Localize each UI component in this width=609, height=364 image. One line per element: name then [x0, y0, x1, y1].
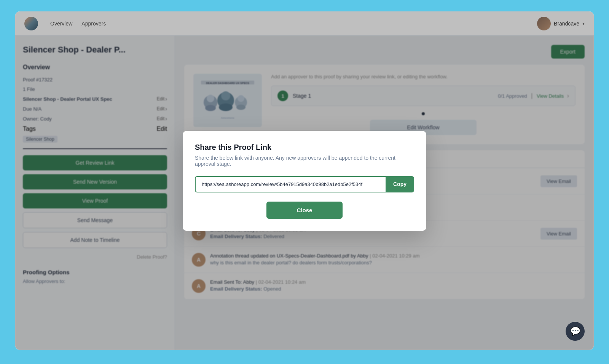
modal-subtitle: Share the below link with anyone. Any ne… — [195, 155, 414, 167]
chat-fab-button[interactable]: 💬 — [566, 322, 585, 341]
copy-link-button[interactable]: Copy — [386, 176, 414, 192]
proof-link-input[interactable] — [195, 176, 386, 192]
modal-title: Share this Proof Link — [195, 143, 414, 152]
modal-close-button[interactable]: Close — [266, 202, 343, 219]
modal-overlay: Share this Proof Link Share the below li… — [15, 11, 594, 350]
modal-link-row: Copy — [195, 176, 414, 192]
chat-icon: 💬 — [570, 326, 580, 336]
app-container: Overview Approvers Brandcave ▾ Silencer … — [15, 11, 594, 350]
share-proof-modal: Share this Proof Link Share the below li… — [183, 131, 426, 231]
